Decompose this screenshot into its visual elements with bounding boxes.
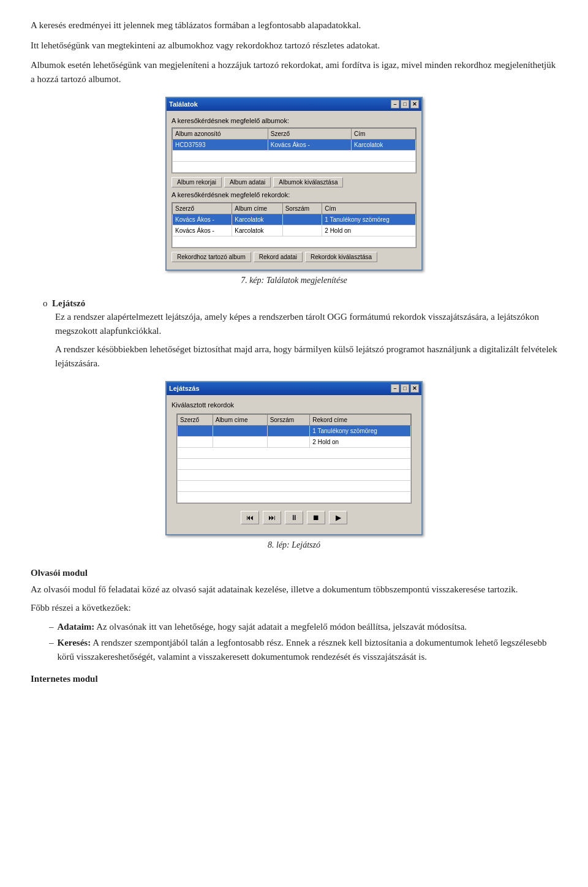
dialog1-body: A keresőkérdésnek megfelelő albumok: Alb… <box>167 111 421 270</box>
dialog2-row-empty2 <box>178 459 411 470</box>
rekord-adatai-button[interactable]: Rekord adatai <box>254 252 303 262</box>
bullet-adataim-text: Adataim: Az olvasónak itt van lehetősége… <box>58 620 467 634</box>
dialog2-r1-cim: 2 Hold on <box>310 437 411 448</box>
dialog1-records-r1-sorszam <box>282 225 322 236</box>
dialog2-r0-author <box>178 426 213 437</box>
rekordhoz-album-button[interactable]: Rekordhoz tartozó album <box>172 252 251 262</box>
lejatszó-p2: A rendszer késöbbiekben lehetőséget bizt… <box>55 342 557 370</box>
lejatszas-dialog: Lejátszás – □ ✕ Kiválasztott rekordok Sz… <box>165 381 423 535</box>
lejatszó-section: o Lejátszó Ez a rendszer alapértelmezett… <box>31 296 557 371</box>
dialog2-row-empty1 <box>178 448 411 459</box>
olvasoi-bullet-list: Adataim: Az olvasónak itt van lehetősége… <box>49 620 557 664</box>
dialog1-records-r0-sorszam <box>282 214 322 225</box>
dialog1-albums-cell-title: Karcolatok <box>351 140 415 151</box>
player-stop-button[interactable]: ⏹ <box>307 511 325 524</box>
dialog1-albums-col-id: Album azonosító <box>173 129 268 140</box>
dialog2-r0-album <box>213 426 267 437</box>
screenshot-1: Találatok – □ ✕ A keresőkérdésnek megfel… <box>31 97 557 293</box>
dialog2-col-sorszam: Sorszám <box>267 415 310 426</box>
dialog1-albums-col-title: Cím <box>351 129 415 140</box>
dialog1-records-table-wrapper: Szerző Album címe Sorszám Cím Kovács Áko… <box>172 202 417 248</box>
player-controls: ⏮ ⏭ ⏸ ⏹ ▶ <box>172 507 417 529</box>
olvasoi-p1: Az olvasói modul fő feladatai közé az ol… <box>31 583 557 597</box>
dialog1-records-row-0[interactable]: Kovács Ákos - Karcolatok 1 Tanulékony sz… <box>173 214 416 225</box>
dialog2-col-rekord-cim: Rekord címe <box>310 415 411 426</box>
albumok-kivalasztasa-button[interactable]: Albumok kiválasztása <box>273 177 343 187</box>
dialog1-records-r0-album: Karcolatok <box>232 214 282 225</box>
dialog2-titlebar: Lejátszás – □ ✕ <box>167 382 421 395</box>
dialog1-records-table: Szerző Album címe Sorszám Cím Kovács Áko… <box>172 203 416 247</box>
dialog1-title: Találatok <box>169 99 198 110</box>
dialog1-records-row-empty1 <box>173 236 416 247</box>
player-prev-button[interactable]: ⏮ <box>241 511 259 524</box>
dialog1-records-col-author: Szerző <box>173 203 232 214</box>
olvasoi-p2: Főbb részei a következőek: <box>31 601 557 615</box>
lejatszó-p1: Ez a rendszer alapértelmezett lejátszója… <box>55 310 557 338</box>
dialog2-r1-author <box>178 437 213 448</box>
dialog2-header-row: Szerző Album címe Sorszám Rekord címe <box>178 415 411 426</box>
dialog1-records-header-row: Szerző Album címe Sorszám Cím <box>173 203 416 214</box>
dialog1-albums-row-empty2 <box>173 162 416 173</box>
dialog2-selected-label: Kiválasztott rekordok <box>172 400 417 410</box>
dialog1-albums-cell-author: Kovács Ákos - <box>268 140 351 151</box>
dialog2-row-0[interactable]: 1 Tanulékony szömöreg <box>178 426 411 437</box>
dialog1-records-row-1[interactable]: Kovács Ákos - Karcolatok 2 Hold on <box>173 225 416 236</box>
olvasoi-section: Olvasói modul Az olvasói modul fő felada… <box>31 566 557 663</box>
dialog2-body: Kiválasztott rekordok Szerző Album címe … <box>167 395 421 535</box>
dialog1-maximize-button[interactable]: □ <box>401 100 409 108</box>
dialog1-records-r1-author: Kovács Ákos - <box>173 225 232 236</box>
dialog1-records-r1-album: Karcolatok <box>232 225 282 236</box>
dialog1-albums-table-wrapper: Album azonosító Szerző Cím HCD37593 Ková… <box>172 127 417 173</box>
dialog1-close-button[interactable]: ✕ <box>410 100 419 108</box>
dialog2-row-empty4 <box>178 481 411 492</box>
bullet-kereses-body: A rendszer szempontjából talán a legfont… <box>58 638 547 662</box>
dialog2-col-author: Szerző <box>178 415 213 426</box>
paragraph-1: A keresés eredményei itt jelennek meg tá… <box>31 18 557 32</box>
player-play-button[interactable]: ▶ <box>329 511 347 524</box>
bullet-kereses-text: Keresés: A rendszer szempontjából talán … <box>58 636 558 663</box>
dialog1-albums-cell-id: HCD37593 <box>173 140 268 151</box>
dialog2-row-empty5 <box>178 492 411 503</box>
bullet-kereses: Keresés: A rendszer szempontjából talán … <box>49 636 557 663</box>
dialog1-titlebar: Találatok – □ ✕ <box>167 98 421 111</box>
dialog1-albums-label: A keresőkérdésnek megfelelő albumok: <box>172 116 417 126</box>
dialog2-close-button[interactable]: ✕ <box>410 384 419 393</box>
dialog2-titlebar-buttons: – □ ✕ <box>391 384 419 393</box>
dialog1-records-col-album: Album címe <box>232 203 282 214</box>
dialog2-table: Szerző Album címe Sorszám Rekord címe 1 … <box>177 414 411 503</box>
rekordok-kivalasztasa-button[interactable]: Rekordok kiválasztása <box>305 252 377 262</box>
dialog1-records-r0-author: Kovács Ákos - <box>173 214 232 225</box>
player-pause-button[interactable]: ⏸ <box>285 511 303 524</box>
dialog2-col-album: Album címe <box>213 415 267 426</box>
album-adatai-button[interactable]: Album adatai <box>224 177 271 187</box>
dialog2-table-wrapper: Szerző Album címe Sorszám Rekord címe 1 … <box>176 413 412 504</box>
dialog1-albums-row-empty1 <box>173 151 416 162</box>
paragraph-3: Albumok esetén lehetőségünk van megjelen… <box>31 58 557 86</box>
dialog1-records-col-cim: Cím <box>322 203 416 214</box>
lejatszó-paragraph: o Lejátszó <box>31 296 557 311</box>
dialog2-minimize-button[interactable]: – <box>391 384 399 393</box>
dialog2-maximize-button[interactable]: □ <box>401 384 409 393</box>
dialog1-minimize-button[interactable]: – <box>391 100 399 108</box>
dialog1-records-label: A keresőkérdésnek megfelelő rekordok: <box>172 190 417 200</box>
dialog2-row-empty3 <box>178 470 411 481</box>
olvasoi-heading: Olvasói modul <box>31 566 557 580</box>
dialog1-albums-col-author: Szerző <box>268 129 351 140</box>
player-next-button[interactable]: ⏭ <box>263 511 281 524</box>
dialog1-albums-row-0[interactable]: HCD37593 Kovács Ákos - Karcolatok <box>173 140 416 151</box>
screenshot-2: Lejátszás – □ ✕ Kiválasztott rekordok Sz… <box>31 381 557 557</box>
internetes-heading: Internetes modul <box>31 672 557 686</box>
dialog1-record-buttons: Rekordhoz tartozó album Rekord adatai Re… <box>172 252 417 262</box>
dialog2-title: Lejátszás <box>169 383 200 394</box>
bullet-adataim: Adataim: Az olvasónak itt van lehetősége… <box>49 620 557 634</box>
dialog2-r1-sorszam <box>267 437 310 448</box>
album-rekordjai-button[interactable]: Album rekorjai <box>172 177 222 187</box>
bullet-kereses-label: Keresés: <box>58 638 91 647</box>
bullet-adataim-body: Az olvasónak itt van lehetősége, hogy sa… <box>96 622 467 632</box>
caption-2: 8. lép: Lejátszó <box>268 538 320 551</box>
dialog1-records-col-sorszam: Sorszám <box>282 203 322 214</box>
dialog2-r0-sorszam <box>267 426 310 437</box>
dialog1-records-r0-cim: 1 Tanulékony szömöreg <box>322 214 416 225</box>
dialog2-row-1[interactable]: 2 Hold on <box>178 437 411 448</box>
paragraph-2: Itt lehetőségünk van megtekinteni az alb… <box>31 39 557 53</box>
